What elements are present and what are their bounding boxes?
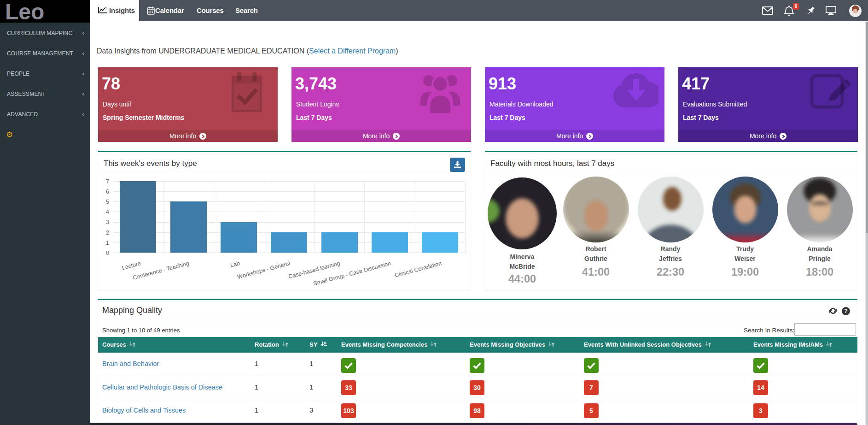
- svg-text:?: ?: [844, 308, 848, 314]
